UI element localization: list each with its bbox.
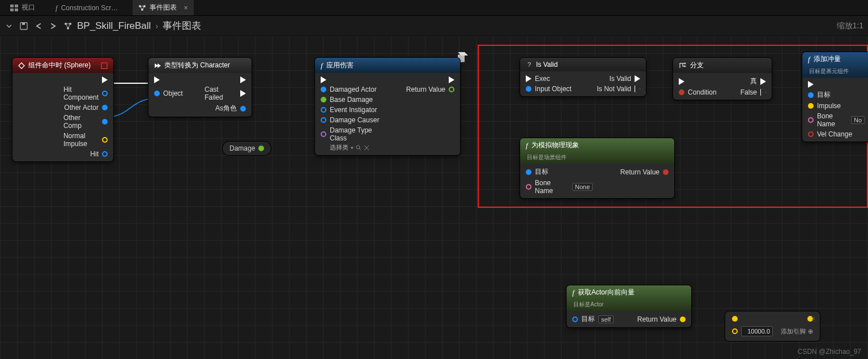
node-title: Is Valid [536,61,558,69]
node-multiply[interactable]: × 添加引脚⊕ [725,311,820,341]
chevron-down-icon[interactable] [5,22,14,31]
editor-tabs: 视口 f Construction Scr… 事件图表 × [0,0,868,16]
pin-impulse[interactable]: Impulse [817,102,841,110]
pin-hit[interactable]: Hit [90,150,99,158]
tab-construction[interactable]: f Construction Scr… [50,0,124,15]
cast-icon [154,62,161,69]
node-subtitle: 目标是基元组件 [809,67,849,75]
function-icon: f [572,288,575,297]
delegate-pin-icon [101,62,108,69]
tab-close-icon[interactable]: × [184,3,188,12]
close-icon[interactable]: × [811,315,815,323]
pin-other-actor[interactable]: Other Actor [64,104,99,112]
svg-rect-1 [15,5,18,7]
svg-rect-0 [10,5,14,7]
pin-input-object[interactable]: Input Object [535,85,572,93]
function-icon: f [321,61,323,70]
variable-label: Damage [229,144,255,152]
pin-hit-component[interactable]: Hit Component [63,86,99,101]
graph-canvas[interactable]: 组件命中时 (Sphere) Hit Component Other Actor… [0,36,868,359]
graph-icon [138,5,146,11]
pin-is-valid[interactable]: Is Valid [610,75,631,83]
branch-icon [679,62,687,69]
zoom-level: 缩放1:1 [837,21,863,31]
pin-condition[interactable]: Condition [688,88,717,96]
add-pin-button[interactable]: 添加引脚⊕ [781,327,813,336]
pin-damaged-actor[interactable]: Damaged Actor [330,86,377,93]
tab-eventgraph-label: 事件图表 [150,3,177,12]
svg-rect-8 [22,23,25,25]
nav-forward-icon[interactable] [49,22,58,31]
breadcrumb-page[interactable]: 事件图表 [163,19,201,32]
pin-damage-type[interactable]: Damage Type Class [330,126,383,142]
tab-viewport[interactable]: 视口 [5,0,41,15]
node-subtitle: 目标是Actor [573,301,603,309]
tab-construction-label: Construction Scr… [61,4,118,12]
svg-text:?: ? [527,61,531,68]
node-title: 获取Actor向前向量 [578,288,635,297]
tab-eventgraph[interactable]: 事件图表 × [133,0,194,15]
target-self-input[interactable]: self [598,315,614,323]
node-cast-character[interactable]: 类型转换为 Character Object Cast Failed As角色 [148,58,252,117]
node-title: 添加冲量 [814,54,841,64]
chevron-right-icon: › [155,22,158,31]
breadcrumb-bar: BP_Skill_FireBall › 事件图表 缩放1:1 [0,16,868,36]
pin-exec[interactable]: Exec [535,75,550,83]
node-component-hit[interactable]: 组件命中时 (Sphere) Hit Component Other Actor… [12,58,113,161]
function-icon: f [808,55,810,64]
nav-back-icon[interactable] [34,22,43,31]
pin-normal-impulse[interactable]: Normal Impulse [63,132,99,148]
node-apply-damage[interactable]: f 应用伤害 Damaged Actor Return Value Base D… [315,58,460,155]
node-simulate-physics[interactable]: f 为模拟物理现象 目标是场景组件 目标 Return Value Bone N… [520,138,674,198]
pin-bone-name[interactable]: Bone Name [535,179,569,195]
node-add-impulse[interactable]: f 添加冲量 目标是基元组件 目标 Impulse Bone NameNo Ve… [802,52,868,142]
pin-other-comp[interactable]: Other Comp [63,114,99,130]
node-title: 类型转换为 Character [164,61,230,70]
node-title: 分支 [690,61,704,70]
breadcrumb-bp[interactable]: BP_Skill_FireBall [77,20,151,32]
pin-false[interactable]: False [741,88,757,96]
pin-is-not-valid[interactable]: Is Not Valid [597,85,631,93]
pin-object[interactable]: Object [163,89,183,97]
multiply-input[interactable] [741,326,773,336]
pin-target[interactable]: 目标 [535,167,548,177]
save-icon[interactable] [19,22,28,31]
node-is-valid[interactable]: ? Is Valid Exec Is Valid Input Object Is… [520,58,646,96]
pin-bone-name[interactable]: Bone Name [817,112,848,128]
pin-vel-change[interactable]: Vel Change [817,130,852,138]
node-get-forward-vector[interactable]: f 获取Actor向前向量 目标是Actor 目标self Return Val… [567,285,691,327]
damage-type-selector[interactable]: 选择类▾ [330,143,369,152]
grid-icon [10,5,18,11]
pin-target[interactable]: 目标 [581,314,595,324]
pin-base-damage[interactable]: Base Damage [330,96,373,104]
search-icon [356,145,361,151]
bone-name-input[interactable]: No [851,116,865,124]
watermark: CSDN @Zhichao_97 [798,348,861,356]
function-icon: f [56,3,58,12]
pin-target[interactable]: 目标 [817,90,831,100]
pin-return-value[interactable]: Return Value [637,315,676,323]
node-subtitle: 目标是场景组件 [527,153,567,161]
node-title: 为模拟物理现象 [531,140,579,150]
pin-true[interactable]: 真 [750,76,757,86]
node-branch[interactable]: 分支 真 Condition False [673,58,772,100]
blueprint-icon [63,22,73,31]
event-icon [18,62,25,69]
pin-damage-causer[interactable]: Damage Causer [330,116,379,124]
svg-rect-16 [101,63,107,69]
node-title: 应用伤害 [326,61,354,70]
breadcrumb: BP_Skill_FireBall › 事件图表 [63,19,201,32]
pin-event-instigator[interactable]: Event Instigator [330,106,377,114]
svg-rect-2 [10,8,14,11]
bone-name-input[interactable]: None [572,183,593,191]
svg-rect-3 [15,8,18,11]
tab-viewport-label: 视口 [22,3,35,12]
clear-icon [364,145,369,151]
pin-as-character[interactable]: As角色 [215,104,237,113]
pin-cast-failed[interactable]: Cast Failed [205,86,237,101]
variable-damage[interactable]: Damage [223,142,271,155]
pin-return-value[interactable]: Return Value [620,168,659,176]
question-icon: ? [526,61,533,68]
pin-return-value[interactable]: Return Value [406,86,445,93]
node-title: 组件命中时 (Sphere) [28,61,91,70]
